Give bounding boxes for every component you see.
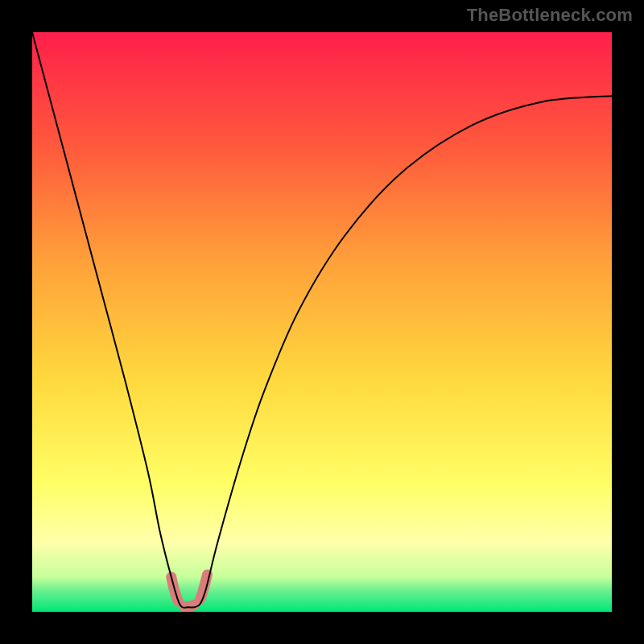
- chart-container: TheBottleneck.com: [0, 0, 644, 644]
- chart-svg: [32, 32, 612, 612]
- watermark-text: TheBottleneck.com: [467, 5, 633, 26]
- gradient-background: [32, 32, 612, 612]
- plot-frame: [32, 32, 612, 612]
- plot-area: [32, 32, 612, 612]
- marker-marker-bottom: [184, 605, 195, 606]
